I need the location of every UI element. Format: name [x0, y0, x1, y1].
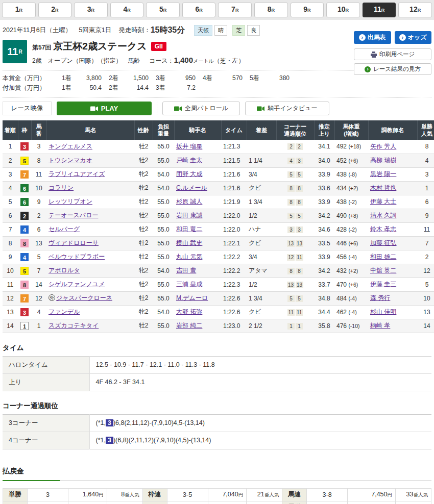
trainer-name-link[interactable]: 伊藤 大士 [370, 198, 396, 205]
trainer-name-link[interactable]: 清水 久詞 [370, 212, 396, 219]
body-weight-cell: 446 (+6) [334, 236, 368, 250]
horse-name-link[interactable]: アポロルタ [49, 267, 80, 274]
trainer-name-link[interactable]: 加藤 征弘 [370, 239, 396, 246]
trainer-name-link[interactable]: 鈴木 孝志 [370, 225, 396, 233]
race-number-box: 11R [3, 40, 27, 63]
horse-number: 11 [31, 167, 46, 181]
horse-name-link[interactable]: セルバーグ [49, 225, 80, 233]
jockey-name-link[interactable]: 戸崎 圭太 [176, 157, 202, 164]
horse-name-link[interactable]: ジャスパークローネ [56, 294, 112, 301]
tab-race-10r[interactable]: 10R [326, 3, 360, 17]
jockey-name-link[interactable]: M.デムーロ [176, 294, 208, 301]
jockey-name-link[interactable]: 横山 武史 [176, 239, 202, 246]
horse-name-link[interactable]: コラリン [49, 184, 74, 191]
jockey-name-link[interactable]: 団野 大成 [176, 170, 202, 178]
jockey-name-link[interactable]: 和田 竜二 [176, 225, 202, 233]
tab-race-2r[interactable]: 2R [38, 3, 72, 17]
corner-position-chip: 8 [287, 199, 295, 206]
horse-name-link[interactable]: ラブリイユアアイズ [49, 170, 105, 178]
horse-name-cell: アポロルタ [46, 264, 134, 278]
tab-race-12r[interactable]: 12R [398, 3, 432, 17]
play-button[interactable]: PLAY [57, 102, 152, 115]
tab-race-6r[interactable]: 6R [182, 3, 216, 17]
body-weight-diff: (+8) [348, 213, 358, 219]
body-weight-diff: (-2) [348, 199, 356, 205]
horse-name-link[interactable]: テーオースパロー [49, 212, 98, 219]
tab-race-5r[interactable]: 5R [146, 3, 180, 17]
corner-position-chip: 13 [296, 240, 303, 247]
jockey-cell: 大野 拓弥 [174, 305, 221, 319]
finish-time: 1:22.2 [221, 264, 247, 278]
jockey-name-link[interactable]: 岩田 康誠 [176, 212, 202, 219]
trainer-name-link[interactable]: 高柳 瑞樹 [370, 157, 396, 164]
print-page-button[interactable]: 印刷用ページ [354, 48, 431, 60]
jockey-name-link[interactable]: 吉田 豊 [176, 267, 196, 274]
trainer-name-link[interactable]: 杉山 佳明 [370, 308, 396, 315]
results-header-row: 着順枠馬 番馬名性齢負担 重量騎手名タイム着差コーナー 通過順位推定 上り馬体重… [3, 120, 434, 140]
odds-button[interactable]: › オッズ [395, 31, 432, 44]
horse-name-link[interactable]: ベルウッドブラボー [49, 253, 105, 260]
carried-weight: 55.0 [153, 140, 174, 154]
horse-number: 10 [31, 181, 46, 195]
tab-race-7r[interactable]: 7R [218, 3, 252, 17]
jockey-name-link[interactable]: 丸山 元気 [176, 253, 202, 260]
bet-type-label: 馬単 [282, 501, 307, 504]
horse-name-link[interactable]: スズカコテキタイ [49, 322, 99, 329]
trainer-name-link[interactable]: 和田 雄二 [370, 253, 396, 260]
trainer-name-link[interactable]: 柄崎 孝 [370, 322, 390, 329]
jockey-name-link[interactable]: C.ルメール [176, 184, 207, 191]
start-time-value: 15時35分 [151, 25, 185, 36]
body-weight: 484 [336, 295, 347, 302]
jockey-name-link[interactable]: 大野 拓弥 [176, 308, 202, 315]
tab-race-11r[interactable]: 11R [363, 3, 396, 17]
entries-button[interactable]: › 出馬表 [354, 31, 391, 44]
corner-order-value: (*1,3)6,8(2,11,12)-(7,9,10)4,5-(13,14) [89, 414, 431, 432]
jockey-cell: 三浦 皇成 [174, 278, 221, 291]
horse-name-link[interactable]: ファンデル [49, 308, 80, 315]
trainer-name-link[interactable]: 伊藤 圭三 [370, 281, 396, 288]
tab-race-1r[interactable]: 1R [2, 3, 36, 17]
horse-name-link[interactable]: シゲルファンノユメ [49, 281, 105, 288]
side-button-panel: › 出馬表 › オッズ 印刷用ページ › レース結果の見方 [354, 31, 431, 78]
corner-position-chip: 2 [287, 143, 295, 150]
trainer-name-link[interactable]: 森 秀行 [370, 294, 390, 301]
trainer-name-link[interactable]: 矢作 芳人 [370, 143, 396, 150]
tab-number: 9 [303, 5, 307, 13]
table-row: 上り4F 46.2 - 3F 34.1 [3, 373, 431, 391]
sex-age: 牝2 [134, 181, 153, 195]
jockey-interview-button[interactable]: 騎手インタビュー [245, 102, 329, 115]
results-column-header: 性齢 [134, 120, 153, 140]
trainer-name-link[interactable]: 木村 哲也 [370, 184, 396, 191]
jockey-name-link[interactable]: 坂井 瑠星 [176, 143, 202, 150]
jockey-name-link[interactable]: 三浦 皇成 [176, 281, 202, 288]
tab-race-8r[interactable]: 8R [254, 3, 288, 17]
trainer-name-link[interactable]: 黒岩 陽一 [370, 170, 396, 178]
trainer-name-link[interactable]: 中舘 英二 [370, 267, 396, 274]
jockey-cell: 岩田 康誠 [174, 209, 221, 222]
horse-name-link[interactable]: トウシンマカオ [49, 157, 92, 164]
patrol-video-button[interactable]: 全周パトロール [162, 102, 240, 115]
time-row-label: 上り [3, 373, 89, 391]
turf-value-badge: 良 [247, 25, 260, 36]
bracket-cell: 5 [18, 264, 31, 278]
horse-name-link[interactable]: キングエルメス [49, 143, 92, 150]
body-weight-diff: (-4) [348, 254, 356, 260]
last-3f-time: 33.5 [314, 236, 334, 250]
margin: 3/4 [247, 167, 276, 181]
jockey-name-link[interactable]: 杉原 誠人 [176, 198, 202, 205]
horse-name-cell: ベルウッドブラボー [46, 250, 134, 264]
body-weight: 462 [336, 309, 347, 316]
jockey-name-link[interactable]: 岩部 純二 [176, 322, 202, 329]
result-guide-button[interactable]: › レース結果の見方 [354, 63, 431, 75]
tab-race-9r[interactable]: 9R [291, 3, 324, 17]
table-row: 746セルバーグ牡255.0和田 竜二1:22.0ハナ3334.6428 (-2… [3, 222, 434, 236]
tab-race-4r[interactable]: 4R [110, 3, 144, 17]
horse-name-link[interactable]: ヴィアドロローサ [49, 239, 99, 246]
carried-weight: 55.0 [153, 209, 174, 222]
jockey-cell: M.デムーロ [174, 291, 221, 305]
corner-order-cell: 11 [276, 319, 314, 333]
horse-name-link[interactable]: レッツリブオン [49, 198, 92, 205]
last-3f-time: 34.4 [314, 305, 334, 319]
tab-race-3r[interactable]: 3R [74, 3, 108, 17]
course-distance: 1,400 [174, 56, 193, 64]
